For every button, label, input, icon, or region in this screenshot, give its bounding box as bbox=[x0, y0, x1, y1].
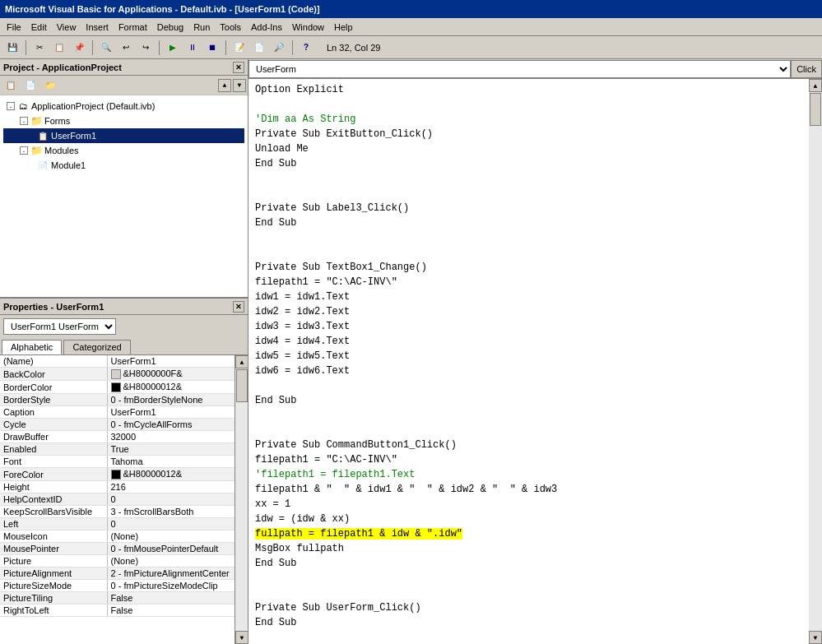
tree-modules-folder[interactable]: - 📁 Modules bbox=[3, 143, 244, 158]
root-expander[interactable]: - bbox=[7, 102, 15, 110]
prop-value[interactable]: 0 bbox=[107, 518, 235, 530]
prop-name: Picture bbox=[0, 555, 107, 568]
tree-module1[interactable]: 📄 Module1 bbox=[3, 158, 244, 173]
code-line: End Sub bbox=[255, 556, 802, 571]
prop-value[interactable]: UserForm1 bbox=[107, 355, 235, 368]
code-scrollbar[interactable]: ▲ ▼ bbox=[809, 79, 822, 644]
prop-value[interactable]: 0 - fmBorderStyleNone bbox=[107, 394, 235, 406]
code-line: Unload Me bbox=[255, 141, 802, 156]
code-line: idw1 = idw1.Text bbox=[255, 290, 802, 304]
prop-value[interactable]: 3 - fmScrollBarsBoth bbox=[107, 506, 235, 518]
project-scroll-up[interactable]: ▲ bbox=[218, 79, 231, 92]
props-scroll-down[interactable]: ▼ bbox=[235, 631, 248, 644]
prop-value[interactable]: 0 - fmCycleAllForms bbox=[107, 419, 235, 431]
prop-value[interactable]: 0 bbox=[107, 493, 235, 506]
prop-value[interactable]: (None) bbox=[107, 530, 235, 543]
toolbar-cut-btn[interactable]: ✂ bbox=[30, 39, 49, 57]
modules-folder-icon: 📁 bbox=[30, 144, 43, 157]
code-panel: UserForm Click Option Explicit'Dim aa As… bbox=[248, 59, 822, 644]
code-object-selector[interactable]: UserForm bbox=[248, 60, 791, 78]
toolbar-find-btn[interactable]: 🔍 bbox=[97, 39, 115, 57]
prop-name: KeepScrollBarsVisible bbox=[0, 506, 107, 518]
menu-help[interactable]: Help bbox=[329, 21, 358, 34]
code-line bbox=[255, 97, 802, 112]
prop-value[interactable]: &H8000000F& bbox=[107, 368, 235, 381]
props-scroll-up[interactable]: ▲ bbox=[235, 355, 248, 368]
toolbar-redo-btn[interactable]: ↪ bbox=[137, 39, 155, 57]
toolbar-userform-btn[interactable]: 📝 bbox=[230, 39, 248, 57]
toolbar-sep-2 bbox=[92, 40, 93, 55]
prop-value[interactable]: UserForm1 bbox=[107, 406, 235, 419]
code-scroll-down[interactable]: ▼ bbox=[809, 631, 822, 644]
toolbar-run-btn[interactable]: ▶ bbox=[164, 39, 182, 57]
tree-root[interactable]: - 🗂 ApplicationProject (Default.ivb) bbox=[3, 99, 244, 114]
code-line bbox=[255, 571, 802, 586]
toolbar-copy-btn[interactable]: 📋 bbox=[50, 39, 68, 57]
modules-expander[interactable]: - bbox=[20, 146, 28, 155]
props-scroll-grip[interactable] bbox=[236, 369, 248, 402]
properties-selector[interactable]: UserForm1 UserForm bbox=[3, 318, 116, 335]
prop-color-box bbox=[111, 382, 121, 392]
prop-value[interactable]: False bbox=[107, 605, 235, 617]
code-click-button[interactable]: Click bbox=[791, 60, 822, 78]
menu-edit[interactable]: Edit bbox=[26, 21, 52, 34]
prop-value[interactable]: &H80000012& bbox=[107, 381, 235, 394]
menu-tools[interactable]: Tools bbox=[215, 21, 246, 34]
toolbar-stop-btn[interactable]: ⏹ bbox=[203, 39, 221, 57]
toolbar-objectbrowser-btn[interactable]: 🔎 bbox=[270, 39, 288, 57]
toolbar-undo-btn[interactable]: ↩ bbox=[117, 39, 135, 57]
props-scroll-track[interactable] bbox=[235, 368, 248, 631]
toolbar-break-btn[interactable]: ⏸ bbox=[183, 39, 202, 57]
prop-value[interactable]: 32000 bbox=[107, 431, 235, 443]
prop-name: ForeColor bbox=[0, 468, 107, 481]
menu-file[interactable]: File bbox=[2, 21, 26, 34]
prop-name: BorderStyle bbox=[0, 394, 107, 406]
code-scroll-track[interactable] bbox=[809, 92, 822, 631]
code-line bbox=[255, 408, 802, 423]
toolbar-paste-btn[interactable]: 📌 bbox=[70, 39, 88, 57]
menu-format[interactable]: Format bbox=[114, 21, 152, 34]
properties-scrollbar[interactable]: ▲ ▼ bbox=[235, 355, 248, 644]
title-text: Microsoft Visual Basic for Applications … bbox=[5, 4, 320, 14]
code-line: filepath1 & " " & idw1 & " " & idw2 & " … bbox=[255, 482, 802, 497]
code-line: idw2 = idw2.Text bbox=[255, 304, 802, 319]
prop-value[interactable]: 216 bbox=[107, 481, 235, 493]
menu-debug[interactable]: Debug bbox=[152, 21, 188, 34]
tab-alphabetic[interactable]: Alphabetic bbox=[2, 340, 62, 354]
tree-forms-folder[interactable]: - 📁 Forms bbox=[3, 114, 244, 128]
menu-addins[interactable]: Add-Ins bbox=[246, 21, 287, 34]
menu-run[interactable]: Run bbox=[188, 21, 215, 34]
left-panel: Project - ApplicationProject ✕ 📋 📄 📁 ▲ ▼… bbox=[0, 59, 248, 644]
project-scroll-down[interactable]: ▼ bbox=[233, 79, 246, 92]
prop-value[interactable]: Tahoma bbox=[107, 456, 235, 468]
tree-userform1-label: UserForm1 bbox=[51, 131, 96, 141]
prop-value[interactable]: (None) bbox=[107, 555, 235, 568]
prop-value[interactable]: 2 - fmPictureAlignmentCenter bbox=[107, 568, 235, 580]
project-view-obj-btn[interactable]: 📋 bbox=[2, 76, 20, 95]
prop-value[interactable]: True bbox=[107, 443, 235, 456]
project-view-code-btn[interactable]: 📄 bbox=[21, 76, 39, 95]
code-scroll-up[interactable]: ▲ bbox=[809, 79, 822, 92]
toolbar-code-btn[interactable]: 📄 bbox=[250, 39, 268, 57]
menu-insert[interactable]: Insert bbox=[81, 21, 114, 34]
toolbar-save-btn[interactable]: 💾 bbox=[3, 39, 21, 57]
prop-value[interactable]: 0 - fmPictureSizeModeClip bbox=[107, 580, 235, 592]
code-area[interactable]: Option Explicit'Dim aa As StringPrivate … bbox=[248, 79, 809, 644]
code-line: Private Sub TextBox1_Change() bbox=[255, 260, 802, 275]
forms-expander[interactable]: - bbox=[20, 117, 28, 125]
prop-value[interactable]: False bbox=[107, 592, 235, 605]
toolbar-help-btn[interactable]: ? bbox=[297, 39, 315, 57]
code-line: Private Sub UserForm_Click() bbox=[255, 600, 802, 615]
menu-view[interactable]: View bbox=[52, 21, 81, 34]
code-scroll-grip[interactable] bbox=[810, 93, 821, 126]
properties-panel-close[interactable]: ✕ bbox=[233, 301, 244, 313]
prop-value[interactable]: &H80000012& bbox=[107, 468, 235, 481]
menu-window[interactable]: Window bbox=[287, 21, 329, 34]
project-panel-close[interactable]: ✕ bbox=[233, 62, 244, 73]
tab-categorized[interactable]: Categorized bbox=[63, 340, 130, 354]
prop-name: DrawBuffer bbox=[0, 431, 107, 443]
prop-value[interactable]: 0 - fmMousePointerDefault bbox=[107, 543, 235, 555]
project-toggle-btn[interactable]: 📁 bbox=[41, 76, 59, 95]
code-line bbox=[255, 378, 802, 393]
tree-userform1[interactable]: 📋 UserForm1 bbox=[3, 128, 244, 143]
